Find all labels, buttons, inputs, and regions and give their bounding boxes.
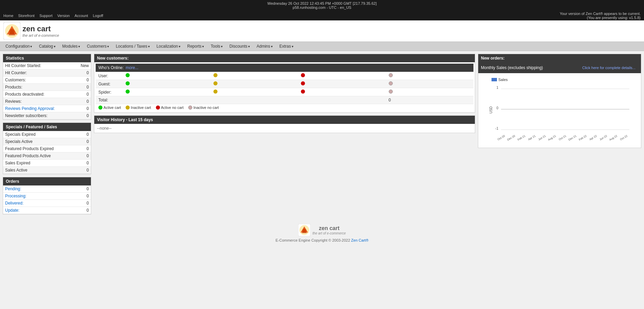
orders-delivered-link[interactable]: Delivered: (5, 201, 23, 206)
chart-y-label-0: 0 (496, 106, 498, 110)
main-nav: Configuration ▾ Catalog ▾ Modules ▾ Cust… (0, 42, 644, 51)
table-row: Products: 0 (3, 84, 91, 91)
active-no-cart-dot (301, 90, 305, 94)
orders-panel: Orders Pending: 0 Processing: 0 Delivere… (3, 177, 91, 214)
chart-legend-label: Sales (498, 78, 508, 82)
chart-x-label: Dec 21 (568, 134, 577, 142)
nav-locations-taxes[interactable]: Locations / Taxes ▾ (112, 42, 153, 51)
stat-label: Reviews Pending Approval: (3, 105, 75, 112)
table-row: Products deactivated: 0 (3, 91, 91, 98)
visitor-history-panel: Visitor History - Last 15 days --none-- (94, 115, 475, 133)
nav-catalog[interactable]: Catalog ▾ (35, 42, 59, 51)
monthly-sales-header: Monthly Sales (excludes shipping) Click … (478, 62, 641, 73)
footer-logo-text: zen cart the art of e-commerce (312, 225, 346, 235)
order-label: Delivered: (3, 200, 73, 207)
nav-customers[interactable]: Customers ▾ (83, 42, 112, 51)
inactive-cart-dot (213, 81, 218, 85)
footer: zen cart the art of e-commerce E-Commerc… (0, 217, 644, 249)
chevron-down-icon: ▾ (271, 45, 273, 48)
orders-update-link[interactable]: Update: (5, 208, 19, 213)
server-text: p58.runhosting.com - UTC - en_US (0, 5, 644, 10)
specials-label: Specials Active (3, 138, 81, 145)
legend-inactive-cart-label: Inactive cart (131, 105, 151, 110)
table-row: Hit Counter: 0 (3, 69, 91, 77)
chart-x-label: Dec 20 (507, 134, 516, 142)
table-row: Specials Active 0 (3, 138, 91, 145)
footer-copyright-text: E-Commerce Engine Copyright © 2003-2022 (275, 238, 350, 242)
monthly-sales-section: Monthly Sales (excludes shipping) Click … (478, 62, 641, 148)
orders-pending-link[interactable]: Pending: (5, 186, 21, 191)
chevron-down-icon: ▾ (292, 45, 293, 48)
stat-value: 0 (75, 105, 91, 112)
statistics-table: Hit Counter Started: New Hit Counter: 0 … (3, 62, 91, 119)
table-row: Delivered: 0 (3, 200, 91, 207)
footer-link[interactable]: Zen Cart® (351, 238, 369, 242)
nav-tools[interactable]: Tools ▾ (207, 42, 226, 51)
orders-processing-link[interactable]: Processing: (5, 194, 27, 198)
online-dot-red (298, 72, 386, 80)
nav-discounts[interactable]: Discounts ▾ (226, 42, 253, 51)
nav-localization[interactable]: Localization ▾ (153, 42, 184, 51)
logo-sub-title: the art of e-commerce (22, 33, 59, 37)
new-customers-content: Who's Online: more... User: Guest: (94, 62, 475, 112)
stat-value: New (75, 62, 91, 69)
monthly-sales-link[interactable]: Click here for complete details... (579, 64, 638, 71)
orders-header: Orders (3, 177, 91, 185)
inactive-no-cart-dot (389, 73, 393, 77)
svg-point-2 (9, 29, 15, 34)
stat-value: 0 (75, 84, 91, 91)
nav-admins[interactable]: Admins ▾ (253, 42, 276, 51)
table-row: Sales Active 0 (3, 167, 91, 174)
nav-version[interactable]: Version (57, 14, 70, 18)
specials-value: 0 (81, 131, 91, 138)
whos-online-more-link[interactable]: more... (126, 65, 138, 70)
statistics-panel: Statistics Hit Counter Started: New Hit … (3, 54, 91, 120)
chevron-down-icon: ▾ (221, 45, 223, 48)
online-dot-pink (386, 80, 474, 88)
whos-online-header: Who's Online: more... (96, 64, 473, 72)
legend-active-no-cart-label: Active no cart (161, 105, 184, 110)
inactive-no-cart-dot (389, 90, 393, 94)
legend-pink-dot (188, 105, 192, 110)
nav-modules[interactable]: Modules ▾ (59, 42, 83, 51)
inactive-cart-dot (213, 90, 218, 94)
legend-inactive-no-cart-label: Inactive no cart (193, 105, 219, 110)
nav-logoff[interactable]: Logoff (93, 14, 103, 18)
nav-account[interactable]: Account (75, 14, 88, 18)
footer-logo: zen cart the art of e-commerce (7, 224, 637, 236)
nav-support[interactable]: Support (39, 14, 53, 18)
stat-label: Products: (3, 84, 75, 91)
footer-copyright: E-Commerce Engine Copyright © 2003-2022 … (7, 238, 637, 242)
online-legend: Active cart Inactive cart Active no cart (96, 104, 473, 111)
legend-active-cart: Active cart (98, 105, 121, 110)
online-dot-yellow (211, 80, 299, 88)
nav-extras[interactable]: Extras ▾ (276, 42, 297, 51)
chevron-down-icon: ▾ (179, 45, 180, 48)
active-cart-dot (126, 73, 130, 77)
nav-configuration[interactable]: Configuration ▾ (2, 42, 35, 51)
specials-value: 0 (81, 145, 91, 152)
nav-reports[interactable]: Reports ▾ (184, 42, 207, 51)
new-customers-panel: New customers: Who's Online: more... Use… (94, 54, 475, 113)
stat-label: Reviews: (3, 98, 75, 105)
middle-panel: New customers: Who's Online: more... Use… (94, 54, 475, 214)
chevron-down-icon: ▾ (148, 45, 150, 48)
table-row: Guest: (96, 80, 473, 88)
order-label: Update: (3, 207, 73, 214)
nav-home[interactable]: Home (3, 14, 13, 18)
active-no-cart-dot (301, 81, 305, 85)
table-row: Hit Counter Started: New (3, 62, 91, 69)
chart-y-label-1: 1 (496, 86, 498, 90)
legend-inactive-cart: Inactive cart (126, 105, 151, 110)
nav-storefront[interactable]: Storefront (18, 14, 34, 18)
online-label: Total: (96, 96, 123, 104)
monthly-sales-label: Monthly Sales (excludes shipping) (481, 65, 543, 70)
online-label: Spider: (96, 88, 123, 96)
table-row: Processing: 0 (3, 193, 91, 200)
reviews-pending-link[interactable]: Reviews Pending Approval: (5, 106, 55, 111)
left-panel: Statistics Hit Counter Started: New Hit … (3, 54, 91, 214)
visitor-none-text: --none-- (94, 124, 475, 133)
whos-online-label: Who's Online: (98, 65, 124, 70)
online-dot-yellow (211, 72, 299, 80)
version-line2: (You are presently using: v1.5.8) (560, 16, 641, 20)
